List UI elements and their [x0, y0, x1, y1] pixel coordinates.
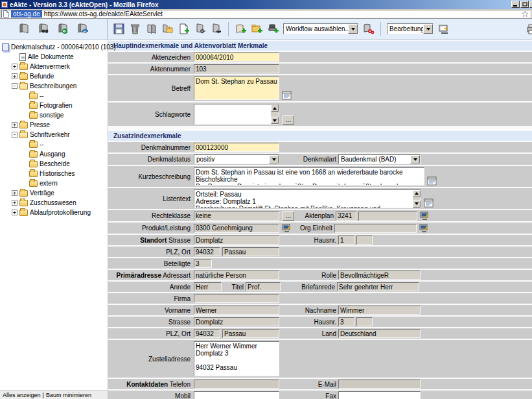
scroll-up-icon[interactable]	[413, 190, 421, 197]
vorname-field[interactable]	[194, 306, 279, 315]
restore-button[interactable]	[520, 1, 529, 8]
aktenzeichen-field[interactable]	[194, 53, 279, 62]
tree-expand-icon[interactable]: +	[12, 210, 17, 215]
rechteklasse-field[interactable]	[194, 212, 279, 221]
email-field[interactable]	[338, 380, 421, 389]
telefon-field[interactable]	[194, 380, 279, 389]
listentext-text[interactable]: Ortsteil: Passau Adresse: Domplatz 1 Bes…	[194, 190, 413, 208]
tree-expand-icon[interactable]: +	[12, 64, 17, 69]
history-dropdown-arrow[interactable]	[423, 24, 433, 34]
history-dropdown[interactable]: Bearbeitungshistor	[387, 23, 434, 34]
minimize-button[interactable]	[511, 1, 520, 8]
plz1-field[interactable]	[194, 247, 220, 256]
tree-item[interactable]: Bescheide	[0, 159, 108, 169]
aktenplan-field-2[interactable]	[358, 212, 417, 221]
titel-field[interactable]	[246, 282, 281, 291]
tree-collapse-icon[interactable]: -	[12, 132, 17, 138]
show-all-link[interactable]: Alles anzeigen	[3, 392, 41, 398]
file-remove-icon[interactable]	[210, 23, 222, 35]
tree-item[interactable]: +Verträge	[0, 188, 108, 198]
file-undo-icon[interactable]	[57, 23, 69, 35]
aktenplan-field[interactable]	[336, 212, 356, 221]
tree-item[interactable]: Alle Dokumente	[0, 52, 108, 62]
betreff-field[interactable]: Dom St. Stephan zu Passau	[194, 77, 279, 100]
tree-item[interactable]: +Ablaufprotokollierung	[0, 208, 108, 217]
workflow-dropdown-arrow[interactable]	[348, 24, 358, 34]
history-view-icon[interactable]	[437, 23, 450, 35]
listentext-field[interactable]: Ortsteil: Passau Adresse: Domplatz 1 Bes…	[194, 189, 421, 208]
schlagworte-field[interactable]	[194, 104, 279, 125]
close-button[interactable]	[529, 1, 532, 8]
adressart-field[interactable]	[194, 271, 279, 280]
minimize-tree-link[interactable]: Baum minimieren	[46, 392, 91, 398]
file-icon[interactable]	[18, 23, 30, 35]
produkt-field[interactable]	[194, 224, 279, 233]
aktennummer-field[interactable]	[194, 64, 279, 73]
tree-item[interactable]: Denkmalschutz - 000064/2010 (103)	[0, 42, 108, 52]
orgeinheit-field[interactable]	[334, 224, 417, 233]
tree-item[interactable]: +Zuschusswesen	[0, 198, 108, 208]
file-link-icon[interactable]	[194, 23, 206, 35]
tree-item[interactable]: sonstige	[0, 110, 108, 120]
tree-collapse-icon[interactable]: -	[12, 83, 17, 89]
schlagworte-picker-button[interactable]: ...	[283, 115, 294, 125]
delete-icon[interactable]	[129, 23, 141, 35]
beteiligte-field[interactable]	[194, 259, 212, 268]
tree-item[interactable]: Ausgang	[0, 149, 108, 159]
standort-strasse-field[interactable]	[194, 236, 279, 245]
scroll-down-icon[interactable]	[413, 200, 421, 208]
betreff-note-icon[interactable]	[282, 90, 292, 100]
kurzbeschreibung-field[interactable]: Dom St. Stephan in Passau ist eine von 1…	[194, 167, 424, 186]
tree-item[interactable]: -Beschreibungen	[0, 81, 108, 91]
tree-item[interactable]: Historisches	[0, 169, 108, 178]
tree-item[interactable]: --	[0, 91, 108, 101]
denkmalart-arrow[interactable]	[410, 155, 420, 163]
strasse2-field[interactable]	[194, 317, 279, 326]
print-icon[interactable]	[526, 23, 532, 35]
schlagworte-text[interactable]	[194, 104, 271, 124]
kurzbeschreibung-note-icon[interactable]	[427, 176, 437, 186]
listentext-note-icon[interactable]	[424, 198, 434, 208]
hausnr2-field-2[interactable]	[356, 317, 373, 326]
orgeinheit-import-icon[interactable]	[419, 223, 429, 233]
hausnr1-field-2[interactable]	[356, 236, 373, 245]
tree-expand-icon[interactable]: +	[12, 190, 17, 196]
fax-field[interactable]	[338, 391, 421, 399]
rolle-field[interactable]	[338, 271, 421, 280]
schlagworte-scrollbar[interactable]	[271, 104, 279, 124]
plz2-field[interactable]	[194, 329, 220, 338]
firma-field[interactable]	[194, 294, 279, 303]
zustelladresse-field[interactable]: Herr Werner Wimmer Domplatz 3 94032 Pass…	[194, 341, 279, 376]
briefanrede-field[interactable]	[337, 282, 419, 291]
bookmark-star-icon[interactable]	[522, 10, 529, 18]
url-input[interactable]: ots-ag.de https://www.ots-ag.de/eakte/EA…	[1, 10, 531, 18]
tree-expand-icon[interactable]: +	[12, 200, 17, 206]
denkmalnummer-field[interactable]	[194, 143, 279, 152]
new-document-icon[interactable]	[178, 23, 190, 35]
aktenplan-import-icon[interactable]	[420, 211, 430, 221]
produkt-import-icon[interactable]	[282, 223, 292, 233]
hausnr1-field[interactable]	[338, 236, 354, 245]
scroll-up-icon[interactable]	[271, 104, 279, 112]
denkmalstatus-select[interactable]: positiv	[194, 154, 279, 164]
tree-item[interactable]: +Aktenvermerk	[0, 62, 108, 71]
workflow-dropdown[interactable]: Workflow auswählen...	[283, 23, 358, 34]
scroll-down-icon[interactable]	[271, 117, 279, 124]
tree-item[interactable]: --	[0, 139, 108, 149]
ort1-field[interactable]	[222, 247, 279, 256]
nachname-field[interactable]	[338, 306, 421, 315]
land-field[interactable]	[338, 329, 421, 338]
mobil-field[interactable]	[194, 391, 279, 399]
tree-expand-icon[interactable]: +	[12, 73, 17, 79]
hausnr2-field[interactable]	[338, 317, 354, 326]
denkmalstatus-arrow[interactable]	[269, 155, 279, 163]
move-folder-icon[interactable]	[161, 23, 174, 35]
save-icon[interactable]	[113, 23, 125, 35]
file-fetch-icon[interactable]	[76, 23, 89, 35]
tree-item[interactable]: Fotografien	[0, 101, 108, 110]
tree-item[interactable]: extern	[0, 178, 108, 188]
rechteklasse-picker-button[interactable]: ...	[283, 212, 294, 221]
ort2-field[interactable]	[222, 329, 279, 338]
tree-expand-icon[interactable]: +	[12, 122, 17, 128]
tree-item[interactable]: -Schriftverkehr	[0, 130, 108, 139]
